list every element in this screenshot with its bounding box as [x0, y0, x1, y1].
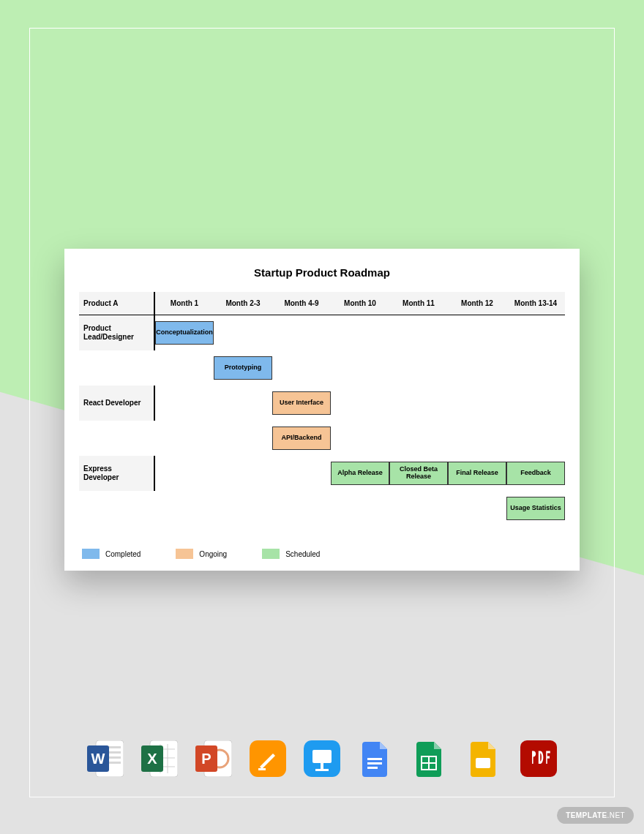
legend-item: Scheduled	[262, 549, 320, 559]
col-header: Month 11	[389, 292, 448, 315]
task-bar-final: Final Release	[448, 462, 506, 485]
task-bar-alpha: Alpha Release	[331, 462, 389, 485]
google-slides-icon	[466, 740, 503, 777]
task-bar-ui: User Interface	[272, 391, 331, 415]
task-bar-api: API/Backend	[272, 427, 331, 450]
legend-swatch-icon	[82, 549, 100, 559]
svg-rect-22	[312, 750, 332, 763]
keynote-icon	[304, 740, 340, 777]
col-header: Month 10	[331, 292, 389, 315]
row-header-label: Product A	[79, 292, 155, 315]
col-header: Month 12	[448, 292, 506, 315]
task-bar-feedback: Feedback	[506, 462, 565, 485]
word-icon: W	[87, 740, 124, 777]
adobe-pdf-icon	[520, 740, 557, 777]
role-label: React Developer	[79, 386, 155, 421]
lane: Alpha Release Closed Beta Release Final …	[155, 456, 565, 491]
svg-rect-24	[315, 769, 329, 771]
col-header: Month 1	[155, 292, 214, 315]
svg-rect-26	[367, 762, 382, 764]
watermark-suffix: .NET	[607, 811, 625, 819]
task-bar-beta: Closed Beta Release	[389, 462, 448, 485]
task-bar-conceptualization: Conceptualization	[155, 321, 214, 345]
legend-swatch-icon	[176, 549, 193, 559]
watermark-brand: TEMPLATE	[566, 811, 607, 819]
card-title: Startup Product Roadmap	[79, 266, 565, 279]
role-label: Product Lead/Designer	[79, 315, 155, 350]
lane: API/Backend	[155, 421, 565, 456]
legend-label: Completed	[105, 550, 141, 558]
watermark-badge: TEMPLATE.NET	[557, 807, 634, 824]
svg-text:X: X	[147, 751, 157, 767]
google-sheets-icon	[412, 740, 449, 777]
lane: Usage Statistics	[155, 491, 565, 526]
legend: Completed Ongoing Scheduled	[82, 549, 320, 559]
task-bar-usage: Usage Statistics	[506, 497, 565, 520]
legend-swatch-icon	[262, 549, 280, 559]
excel-icon: X	[141, 740, 178, 777]
role-label: Express Developer	[79, 456, 155, 491]
roadmap-grid: Product A Month 1 Month 2-3 Month 4-9 Mo…	[79, 292, 565, 526]
roadmap-card: Startup Product Roadmap Product A Month …	[64, 249, 580, 571]
svg-text:W: W	[91, 751, 105, 767]
svg-rect-20	[258, 768, 266, 770]
svg-rect-23	[321, 763, 323, 769]
lane: User Interface	[155, 386, 565, 421]
svg-rect-25	[367, 758, 382, 760]
task-bar-prototyping: Prototyping	[214, 356, 272, 380]
lane: Conceptualization	[155, 315, 565, 350]
svg-text:P: P	[201, 751, 211, 767]
svg-rect-31	[476, 758, 490, 768]
svg-rect-27	[367, 767, 378, 769]
col-header: Month 4-9	[272, 292, 331, 315]
pages-icon	[250, 740, 286, 777]
google-docs-icon	[358, 740, 394, 777]
legend-label: Ongoing	[199, 550, 227, 558]
col-header: Month 2-3	[214, 292, 272, 315]
legend-item: Ongoing	[176, 549, 227, 559]
powerpoint-icon: P	[195, 740, 232, 777]
format-icons-row: W X P	[0, 740, 644, 777]
lane: Prototyping	[155, 350, 565, 386]
col-header: Month 13-14	[506, 292, 565, 315]
legend-item: Completed	[82, 549, 141, 559]
legend-label: Scheduled	[285, 550, 320, 558]
